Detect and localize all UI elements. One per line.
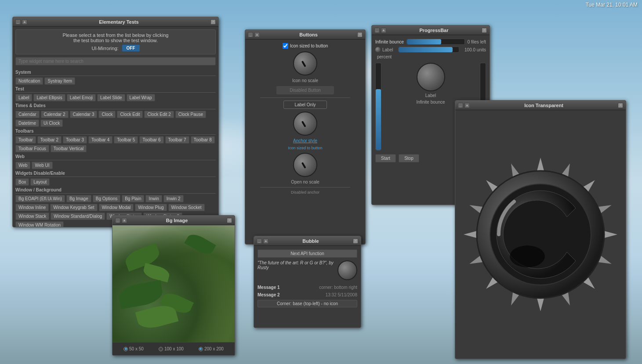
size-200-radio[interactable]: 200 x 200: [199, 346, 224, 351]
size-50-radio-dot[interactable]: [123, 347, 128, 351]
buttons-close-controls[interactable]: ✕: [357, 32, 363, 37]
btn-toolbar6[interactable]: Toolbar 6: [139, 136, 163, 144]
btn-box[interactable]: Box: [15, 178, 29, 186]
bgimage-close-btn[interactable]: ✕: [227, 218, 232, 223]
btn-label-emoji[interactable]: Label Emoji: [67, 94, 96, 101]
bgimage-minimize-btn[interactable]: _: [115, 218, 120, 223]
size-200-radio-dot[interactable]: [199, 347, 203, 351]
ui-mirroring-toggle[interactable]: OFF: [122, 45, 140, 51]
btn-window-socket[interactable]: Window Socket: [168, 204, 205, 211]
progress-close-controls[interactable]: ✕: [482, 28, 487, 33]
bubble-close-controls[interactable]: ✕: [353, 238, 358, 244]
btn-window-wm[interactable]: Window WM Rotation: [15, 221, 64, 227]
btn-calendar[interactable]: Calendar: [15, 111, 40, 118]
next-api-btn[interactable]: Next API function: [258, 249, 357, 258]
btn-toolbar[interactable]: Toolbar: [15, 136, 36, 144]
win-close-btn[interactable]: ✕: [210, 19, 216, 25]
btn-layout[interactable]: Layout: [30, 178, 50, 186]
btn-ui-clock[interactable]: Ui Clock: [40, 119, 63, 127]
size-100-radio[interactable]: 100 x 100: [159, 346, 184, 351]
btn-window-stack[interactable]: Window Stack: [15, 213, 49, 220]
btn-bg-image[interactable]: Bg Image: [66, 195, 91, 202]
win-minimize-btn[interactable]: _: [15, 19, 21, 25]
btn-clock-edit2[interactable]: Clock Edit 2: [144, 111, 174, 118]
start-btn[interactable]: Start: [375, 154, 396, 162]
btn-label[interactable]: Label: [15, 94, 32, 101]
leaf-3: [117, 280, 164, 310]
btn-window-modal[interactable]: Window Modal: [99, 204, 134, 211]
buttons-close-btn[interactable]: ✕: [357, 32, 363, 37]
btn-web[interactable]: Web: [15, 162, 30, 169]
bubble-close-btn[interactable]: ✕: [353, 238, 358, 244]
anchor-style-link[interactable]: Anchor style: [293, 138, 317, 143]
btn-bg-eoapi[interactable]: Bg EOAPI (Efl.Ui.Win): [15, 195, 65, 202]
btn-toolbar-vertical[interactable]: Toolbar Vertical: [51, 145, 87, 152]
btn-toolbar2[interactable]: Toolbar 2: [37, 136, 62, 144]
btn-toolbar5[interactable]: Toolbar 5: [114, 136, 138, 144]
btn-window-inline[interactable]: Window Inline: [15, 204, 49, 211]
buttons-content: Icon sized to button Icon no scale Disab…: [245, 40, 365, 244]
btn-label-ellipsis[interactable]: Label Ellipsis: [33, 94, 65, 101]
btn-label-slide[interactable]: Label Slide: [97, 94, 125, 101]
size-100-radio-dot[interactable]: [159, 347, 163, 351]
win-maximize-btn[interactable]: ▲: [22, 19, 27, 25]
btn-clock-edit[interactable]: Clock Edit: [117, 111, 143, 118]
btn-bg-plain[interactable]: Bg Plain: [122, 195, 144, 202]
btn-systray[interactable]: Systray Item: [44, 77, 75, 85]
icon-minimize-btn[interactable]: _: [458, 103, 463, 108]
btn-inwin2[interactable]: Inwin 2: [163, 195, 184, 202]
buttons-maximize-btn[interactable]: ▲: [254, 32, 260, 37]
btn-bg-options[interactable]: Bg Options: [93, 195, 120, 202]
icon-win-left-controls[interactable]: _ ▲: [458, 103, 470, 108]
btn-clock-pause[interactable]: Clock Pause: [175, 111, 206, 118]
icon-transparent-window: _ ▲ Icon Transparent ✕: [455, 100, 626, 359]
btn-toolbar-focus[interactable]: Toolbar Focus: [15, 145, 49, 152]
btn-window-standard[interactable]: Window Standard/Dialog: [51, 213, 105, 220]
icon-close-btn[interactable]: ✕: [618, 103, 623, 108]
btn-clock[interactable]: Clock: [98, 111, 116, 118]
btn-calendar2[interactable]: Calendar 2: [41, 111, 69, 118]
bgimage-win-left-controls[interactable]: _ ▲: [115, 218, 127, 223]
btn-toolbar7[interactable]: Toolbar 7: [165, 136, 189, 144]
btn-toolbar4[interactable]: Toolbar 4: [88, 136, 112, 144]
btn-web-ui[interactable]: Web UI: [32, 162, 52, 169]
bgimage-close-controls[interactable]: ✕: [227, 218, 232, 223]
btn-window-plug[interactable]: Window Plug: [135, 204, 167, 211]
btn-notification[interactable]: Notification: [15, 77, 43, 85]
label-only-btn[interactable]: Label Only: [283, 101, 327, 109]
stop-btn[interactable]: Stop: [399, 154, 419, 162]
progress-win-left-controls[interactable]: _ ▲: [374, 28, 386, 33]
knob-mark-2: [301, 121, 306, 127]
buttons-win-left-controls[interactable]: _ ▲: [248, 32, 260, 37]
btn-label-wrap[interactable]: Label Wrap: [127, 94, 155, 101]
bubble-title: Bubble: [268, 238, 353, 244]
bgimage-maximize-btn[interactable]: ▲: [122, 218, 127, 223]
btn-calendar3[interactable]: Calendar 3: [70, 111, 98, 118]
icon-sized-checkbox[interactable]: [283, 43, 288, 49]
btn-toolbar3[interactable]: Toolbar 3: [63, 136, 87, 144]
progress-close-btn[interactable]: ✕: [482, 28, 487, 33]
corner-base-label: Corner: base (top-left) - no icon: [277, 301, 338, 306]
btn-window-keygrab[interactable]: Window Keygrab Set: [50, 204, 97, 211]
btn-toolbar8[interactable]: Toolbar 8: [191, 136, 215, 144]
icon-close-controls[interactable]: ✕: [618, 103, 623, 108]
scrollable-content[interactable]: System Notification Systray Item Test La…: [15, 68, 216, 227]
bubble-knob: [337, 260, 357, 280]
win-close-controls[interactable]: ✕: [210, 19, 216, 25]
icon-maximize-btn[interactable]: ▲: [464, 103, 470, 108]
knob-icon-3: [293, 153, 317, 177]
btn-datetime[interactable]: Datetime: [15, 119, 39, 127]
buttons-titlebar: _ ▲ Buttons ✕: [245, 30, 365, 40]
progress-maximize-btn[interactable]: ▲: [381, 28, 386, 33]
btn-inwin[interactable]: Inwin: [145, 195, 162, 202]
buttons-minimize-btn[interactable]: _: [248, 32, 253, 37]
bubble-minimize-btn[interactable]: _: [257, 238, 262, 244]
progress-minimize-btn[interactable]: _: [374, 28, 380, 33]
win-left-controls[interactable]: _ ▲: [15, 19, 27, 25]
size-50-radio[interactable]: 50 x 50: [123, 346, 144, 351]
search-input[interactable]: [15, 57, 216, 65]
files-left-text: 0 files left: [468, 40, 486, 44]
label-bar-fill: [399, 47, 453, 52]
bubble-maximize-btn[interactable]: ▲: [263, 238, 268, 244]
bubble-win-left-controls[interactable]: _ ▲: [257, 238, 268, 244]
